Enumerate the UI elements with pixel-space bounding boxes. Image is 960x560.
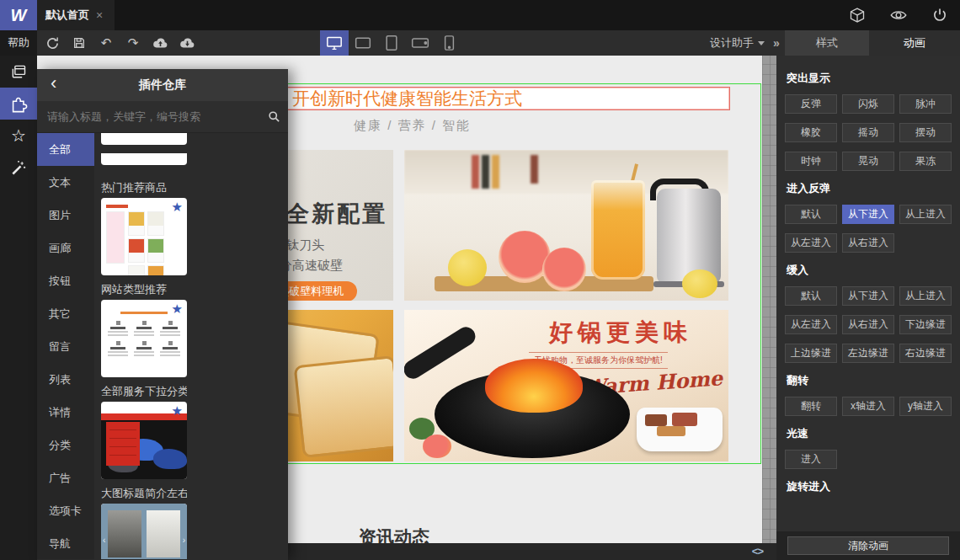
preview-eye-icon[interactable] — [889, 7, 908, 24]
sidebar-magic-wand-icon[interactable] — [0, 152, 37, 184]
undo-icon[interactable]: ↶ — [98, 35, 115, 51]
category-button[interactable]: 按钮 — [37, 264, 94, 297]
category-detail[interactable]: 详情 — [37, 396, 94, 429]
device-phone-portrait-button[interactable] — [435, 30, 463, 56]
canvas-scrollbar[interactable] — [762, 56, 776, 560]
category-ad[interactable]: 广告 — [37, 461, 94, 494]
anim-button[interactable]: 橡胶 — [785, 123, 837, 142]
tab-close-icon[interactable]: × — [96, 8, 103, 22]
anim-button[interactable]: 果冻 — [899, 152, 952, 171]
help-button[interactable]: 帮助 — [0, 30, 37, 56]
category-all[interactable]: 全部 — [37, 133, 94, 166]
wok-banner[interactable]: 好锅更美味 无忧购物，至诚服务为你保驾护航! Warm Home — [404, 310, 728, 461]
anim-button[interactable]: 翻转 — [785, 397, 837, 416]
design-assistant-label: 设计助手 — [710, 35, 754, 51]
category-tabs[interactable]: 选项卡 — [37, 494, 94, 527]
plugin-card-cutoff[interactable] — [101, 153, 187, 165]
app-logo[interactable]: W — [0, 0, 37, 30]
components-cube-icon[interactable] — [849, 7, 866, 24]
collapse-panel-button[interactable]: » — [773, 30, 780, 56]
plugin-card-big-image-switch[interactable]: ‹› — [101, 504, 187, 559]
refresh-icon[interactable] — [44, 35, 61, 51]
sidebar-plugins-icon[interactable] — [0, 88, 37, 120]
cloud-upload-icon[interactable] — [152, 35, 168, 51]
anim-button[interactable]: 从左进入 — [785, 315, 837, 334]
banner-left-line1: 钛刀头 — [286, 237, 324, 253]
category-image[interactable]: 图片 — [37, 199, 94, 232]
anim-button[interactable]: 从左进入 — [785, 233, 837, 253]
food-bit — [672, 413, 697, 426]
stirfry-flame — [485, 359, 583, 413]
sidebar-favorites-icon[interactable]: ☆ — [0, 120, 37, 152]
redo-icon[interactable]: ↷ — [125, 35, 141, 51]
anim-button[interactable]: 默认 — [785, 286, 837, 306]
anim-button[interactable]: 晃动 — [842, 152, 894, 171]
category-text[interactable]: 文本 — [37, 166, 94, 199]
anim-button[interactable]: 从下进入 — [842, 286, 894, 306]
anim-button[interactable]: 上边缘进 — [785, 344, 837, 363]
plugin-card-site-types[interactable]: ★ — [101, 300, 187, 377]
anim-button[interactable]: 从右进入 — [842, 233, 894, 253]
anim-button-selected[interactable]: 从下进入 — [842, 205, 894, 224]
anim-button[interactable]: 脉冲 — [899, 94, 952, 114]
section-title-rotate-in: 旋转进入 — [787, 479, 952, 494]
back-chevron-icon[interactable]: ‹ — [51, 72, 56, 94]
plugin-card-services-dropdown[interactable]: ★ — [101, 402, 187, 479]
anim-button[interactable]: 右边缘进 — [899, 344, 952, 363]
anim-button[interactable]: 左边缘进 — [842, 344, 894, 363]
app-root: W 默认首页 × 帮助 — [0, 0, 960, 560]
code-view-icon[interactable]: <> — [752, 545, 763, 557]
favorite-star-icon[interactable]: ★ — [172, 200, 183, 215]
edit-icons: ↶ ↷ — [44, 30, 195, 56]
plugin-search-bar — [37, 101, 288, 133]
kitchen-photo[interactable] — [404, 150, 728, 301]
anim-button[interactable]: 摆动 — [899, 123, 952, 142]
animation-panel: 突出显示 反弹 闪烁 脉冲 橡胶 摇动 摆动 时钟 晃动 果冻 进入反弹 默认 … — [776, 56, 960, 560]
category-gallery[interactable]: 画廊 — [37, 232, 94, 264]
tab-style[interactable]: 样式 — [785, 30, 869, 56]
left-sidebar: ☆ — [0, 56, 37, 560]
lemon — [682, 269, 717, 298]
favorite-star-icon[interactable]: ★ — [172, 301, 183, 317]
search-icon[interactable] — [259, 110, 288, 123]
favorite-star-icon[interactable]: ★ — [172, 403, 183, 419]
plugin-search-input[interactable] — [37, 110, 259, 123]
sidebar-pages-icon[interactable] — [0, 56, 37, 88]
anim-button[interactable]: y轴进入 — [899, 397, 952, 416]
plugin-card-hot-products[interactable]: ★ — [101, 198, 187, 275]
tab-animation[interactable]: 动画 — [869, 30, 960, 56]
headline-element-selected[interactable]: 开创新时代健康智能生活方式 — [269, 87, 730, 110]
device-phone-landscape-button[interactable] — [406, 30, 435, 56]
plugin-card-cutoff[interactable] — [101, 133, 187, 145]
anim-button[interactable]: 进入 — [785, 450, 837, 469]
device-tablet-portrait-button[interactable] — [377, 30, 406, 56]
plugin-card-label: 热门推荐商品 — [101, 180, 187, 193]
anim-button[interactable]: 默认 — [785, 205, 837, 224]
category-classify[interactable]: 分类 — [37, 429, 94, 461]
cloud-download-icon[interactable] — [179, 35, 195, 51]
anim-button[interactable]: 反弹 — [785, 94, 837, 114]
canvas-subtitle[interactable]: 健康 / 营养 / 智能 — [354, 118, 471, 134]
device-desktop-button[interactable] — [320, 30, 349, 56]
design-assistant-dropdown[interactable]: 设计助手 — [710, 30, 765, 56]
anim-button[interactable]: 摇动 — [842, 123, 894, 142]
anim-button[interactable]: 从上进入 — [899, 205, 952, 224]
save-icon[interactable] — [71, 35, 88, 51]
anim-button[interactable]: 从右进入 — [842, 315, 894, 334]
category-message[interactable]: 留言 — [37, 330, 94, 363]
clear-animation-button[interactable]: 清除动画 — [787, 536, 949, 555]
juice-pitcher — [591, 180, 645, 280]
page-tab[interactable]: 默认首页 × — [37, 0, 115, 30]
anim-button[interactable]: 下边缘进 — [899, 315, 952, 334]
anim-button[interactable]: 从上进入 — [899, 286, 952, 306]
double-chevron-icon: » — [773, 36, 780, 50]
category-nav[interactable]: 导航 — [37, 527, 94, 560]
card-preview: ‹› — [101, 504, 187, 559]
device-tablet-landscape-button[interactable] — [349, 30, 377, 56]
category-other[interactable]: 其它 — [37, 297, 94, 330]
anim-button[interactable]: 闪烁 — [842, 94, 894, 114]
anim-button[interactable]: x轴进入 — [842, 397, 894, 416]
power-icon[interactable] — [931, 7, 948, 24]
anim-button[interactable]: 时钟 — [785, 152, 837, 171]
category-list[interactable]: 列表 — [37, 363, 94, 396]
